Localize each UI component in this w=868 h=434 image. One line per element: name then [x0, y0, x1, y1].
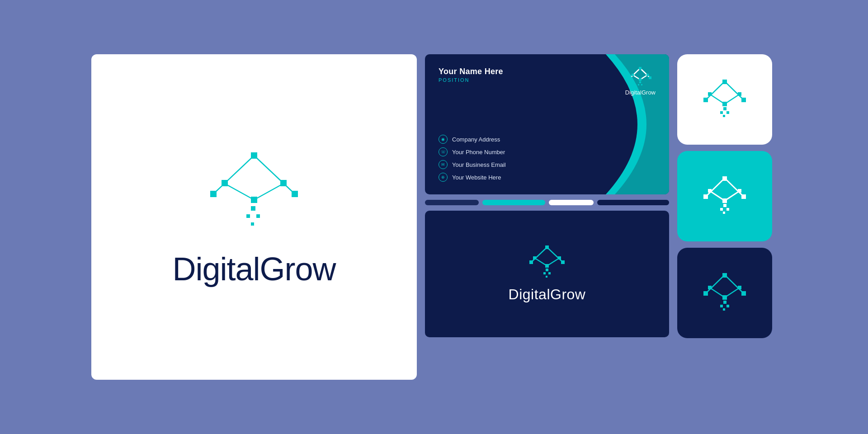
svg-rect-77 — [708, 286, 712, 289]
svg-rect-35 — [533, 256, 536, 259]
svg-rect-40 — [546, 276, 547, 278]
svg-rect-34 — [545, 264, 549, 268]
svg-line-3 — [254, 184, 283, 200]
svg-line-2 — [225, 184, 254, 200]
svg-rect-73 — [722, 273, 727, 278]
svg-rect-10 — [251, 206, 255, 211]
svg-rect-78 — [738, 286, 741, 289]
svg-rect-4 — [251, 152, 257, 159]
svg-rect-49 — [708, 92, 712, 96]
svg-rect-38 — [543, 272, 546, 274]
svg-rect-82 — [723, 308, 725, 311]
business-card-back: DigitalGrow — [425, 211, 669, 337]
middle-panel: Your Name Here POSITION — [425, 54, 669, 337]
svg-rect-59 — [722, 176, 727, 181]
card-name-area: Your Name Here POSITION — [439, 67, 503, 83]
contact-row-address: ◉ Company Address — [439, 135, 656, 144]
main-container: DigitalGrow Your Name Here POSITION — [82, 45, 786, 389]
phone-icon: ☏ — [439, 147, 448, 156]
svg-rect-13 — [251, 222, 254, 226]
svg-rect-46 — [703, 98, 708, 102]
svg-rect-75 — [741, 291, 746, 296]
svg-line-28 — [547, 247, 563, 262]
svg-rect-25 — [638, 84, 639, 85]
business-card-front: Your Name Here POSITION — [425, 54, 669, 194]
svg-rect-5 — [210, 191, 217, 197]
card-logo-icon-front — [627, 67, 654, 87]
website-icon: ⊕ — [439, 173, 448, 182]
svg-rect-50 — [738, 92, 741, 96]
svg-rect-37 — [546, 269, 548, 271]
svg-rect-32 — [529, 260, 533, 264]
svg-rect-19 — [629, 76, 632, 79]
svg-rect-33 — [561, 260, 565, 264]
svg-rect-8 — [222, 180, 228, 186]
svg-rect-12 — [256, 214, 260, 218]
sep-bar-3 — [549, 200, 594, 205]
logo-icon-large — [191, 146, 317, 237]
logo-text-large: DigitalGrow — [172, 250, 335, 288]
svg-rect-51 — [723, 107, 726, 110]
sep-bar-4 — [597, 200, 669, 205]
svg-rect-45 — [722, 80, 727, 84]
svg-rect-23 — [646, 74, 649, 76]
svg-rect-65 — [723, 204, 726, 207]
svg-rect-9 — [280, 180, 287, 186]
card-top-section: Your Name Here POSITION — [439, 67, 656, 96]
card-name: Your Name Here — [439, 67, 503, 76]
svg-rect-67 — [726, 208, 729, 211]
location-icon: ◉ — [439, 135, 448, 144]
svg-rect-63 — [708, 189, 712, 193]
card-position: POSITION — [439, 77, 503, 83]
svg-rect-80 — [720, 305, 723, 307]
svg-rect-64 — [738, 189, 741, 193]
logo-icon-dark-bg — [698, 273, 752, 313]
card-logo-area: DigitalGrow — [625, 67, 656, 96]
svg-rect-53 — [726, 111, 729, 114]
card-contact-section: ◉ Company Address ☏ Your Phone Number ✉ … — [439, 135, 656, 182]
svg-rect-39 — [548, 272, 551, 274]
svg-rect-66 — [720, 208, 723, 211]
logo-card: DigitalGrow — [91, 54, 417, 380]
contact-address: Company Address — [452, 136, 500, 143]
sep-bar-1 — [425, 200, 479, 205]
contact-phone: Your Phone Number — [452, 149, 505, 156]
svg-rect-18 — [639, 67, 642, 70]
card-back-logo-text: DigitalGrow — [509, 286, 586, 303]
svg-rect-68 — [723, 212, 725, 214]
card-logo-text-front: DigitalGrow — [625, 89, 656, 96]
icon-card-dark — [677, 248, 772, 338]
svg-rect-54 — [723, 115, 725, 117]
email-icon: ✉ — [439, 160, 448, 169]
svg-rect-20 — [649, 76, 651, 79]
svg-rect-22 — [632, 74, 634, 76]
svg-rect-11 — [246, 214, 250, 218]
svg-rect-24 — [639, 81, 641, 83]
sep-bar-2 — [482, 200, 545, 205]
svg-rect-76 — [722, 295, 727, 300]
contact-website: Your Website Here — [452, 174, 501, 181]
separator-bars — [425, 199, 669, 206]
contact-row-website: ⊕ Your Website Here — [439, 173, 656, 182]
icon-card-teal — [677, 151, 772, 241]
svg-rect-79 — [723, 301, 726, 304]
contact-row-phone: ☏ Your Phone Number — [439, 147, 656, 156]
icon-card-white — [677, 54, 772, 145]
svg-rect-61 — [741, 194, 746, 199]
svg-rect-6 — [292, 191, 298, 197]
svg-rect-7 — [251, 197, 257, 203]
svg-line-27 — [531, 247, 547, 262]
svg-rect-60 — [703, 194, 708, 199]
svg-rect-21 — [639, 78, 642, 81]
logo-icon-white-bg — [698, 79, 752, 120]
contact-row-email: ✉ Your Business Email — [439, 160, 656, 169]
svg-line-29 — [535, 258, 547, 266]
svg-rect-74 — [703, 291, 708, 296]
svg-rect-36 — [558, 256, 561, 259]
svg-line-30 — [547, 258, 559, 266]
svg-rect-81 — [726, 305, 729, 307]
svg-rect-48 — [722, 102, 727, 106]
svg-rect-52 — [720, 111, 723, 114]
card-back-logo-icon — [524, 245, 570, 279]
svg-rect-26 — [641, 84, 642, 85]
